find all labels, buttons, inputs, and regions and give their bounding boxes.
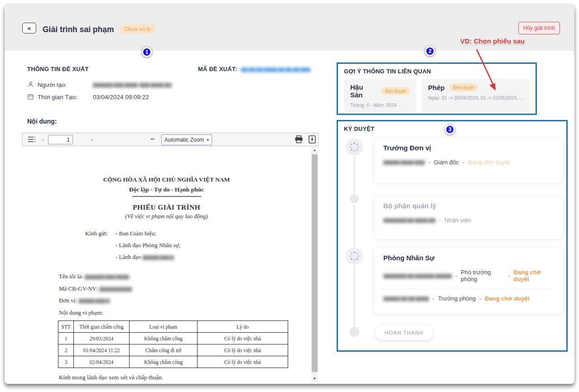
proposal-code-value: ▇▇ ▇▇ ▇▇ ▇▇▇▇ ▇▇ ▇▇ ▇▇ ▇▇▇ [241, 67, 310, 72]
scroll-down-icon[interactable]: ▼ [311, 377, 318, 381]
download-icon[interactable] [309, 135, 316, 143]
double-chevron-left-icon: « [28, 24, 31, 32]
table-row: 3 02/04/2024 Không chấm công Có lý do vi… [58, 356, 288, 368]
table-header-row: STT Thời gian chấm công Loại vi phạm Lý … [58, 321, 288, 333]
annotation-note: VD: Chọn phiếu sau [443, 37, 542, 45]
done-step: HOÀN THÀNH [375, 325, 433, 340]
created-time-label: Thời gian Tạo: [38, 94, 77, 100]
col-header: Loại vi phạm [130, 321, 198, 333]
doc-subtitle: (Về việc vi phạm nội quy lao động) [22, 213, 311, 220]
print-icon[interactable] [294, 135, 303, 143]
col-header: Lý do [198, 321, 288, 333]
user-icon [27, 81, 34, 88]
doc-title: PHIẾU GIẢI TRÌNH [22, 203, 311, 211]
proposal-section-title: THÔNG TIN ĐỀ XUẤT [27, 66, 89, 72]
pdf-scrollbar[interactable]: ▲ ▼ [311, 147, 318, 382]
timeline-line [353, 266, 355, 326]
prev-page-icon[interactable]: ‹ [42, 136, 44, 143]
calendar-icon [27, 93, 34, 100]
violation-table: STT Thời gian chấm công Loại vi phạm Lý … [58, 320, 288, 368]
approver-role: Nhân viên [444, 217, 471, 224]
approver-name: ▇▇▇▇▇▇▇ ▇▇ ▇▇▇▇ ▇▇ [383, 218, 435, 223]
doc-code-line: Mã CB-GV-NV: ▇▇▇▇▇▇▇▇▇▇ [59, 285, 132, 292]
callout-badge-3: 3 [445, 124, 455, 134]
doc-to-label: Kính gửi: [85, 230, 108, 237]
callout-badge-1: 1 [142, 47, 152, 57]
suggestion-status-badge: Đợi duyệt [449, 83, 478, 91]
page-title: Giải trình sai phạm [43, 25, 114, 34]
doc-name-line: Tên tôi là: ▇▇▇▇▇▇ ▇▇▇ ▇▇▇▇ [59, 273, 129, 280]
callout-badge-2: 2 [425, 46, 435, 56]
approver-row: ▇▇▇▇▇ ▇▇ ▇▇ ▇▇▇▇ - Trưởng phòng - Đang c… [383, 295, 554, 302]
doc-violation-label: Nội dung vi phạm: [59, 309, 103, 316]
pdf-toolbar: ‹ › − + Automatic Zoom ▾ [22, 133, 318, 146]
approval-step-title: Phòng Nhân Sự [383, 254, 554, 262]
zoom-select-value: Automatic Zoom [164, 137, 204, 143]
doc-unit-redacted: ▇▇▇▇▇ ▇▇▇ ▇ [78, 298, 110, 303]
pdf-document: CỘNG HÒA XÃ HỘI CHỦ NGHĨA VIỆT NAM Độc l… [22, 146, 311, 382]
timeline-dot [349, 327, 359, 337]
approval-box: KÝ DUYỆT [337, 120, 568, 352]
approver-name: ▇▇▇▇▇▇▇ ▇▇ ▇▇▇▇▇▇ ▇▇▇▇▇ [383, 273, 452, 278]
approver-status: Đang chờ duyệt [468, 159, 510, 166]
doc-recipient-3-redacted: ▇▇▇▇▇ ▇▇▇ ▇ [143, 255, 174, 260]
suggestion-status-badge: Đợi duyệt [381, 87, 410, 95]
approver-row: ▇▇▇▇▇▇▇ ▇▇ ▇▇▇▇ ▇▇ - Nhân viên [383, 217, 554, 224]
back-button[interactable]: « [22, 23, 36, 33]
suggestion-name: Hậu Sản [350, 83, 376, 99]
suggestion-detail: Tháng: 4 - Năm: 2024 [350, 102, 410, 108]
approver-role: Giám đốc [434, 159, 459, 166]
approver-name: ▇▇▇▇▇ ▇▇▇▇ ▇▇▇ [383, 160, 425, 165]
created-time-value: 03/04/2024 09:09:22 [93, 94, 149, 100]
doc-unit-line: Đơn vị: ▇▇▇▇▇ ▇▇▇ ▇ [59, 297, 110, 304]
approver-role: Trưởng phòng [438, 295, 476, 302]
doc-nation-line2: Độc lập - Tự do - Hạnh phúc [22, 186, 311, 193]
spinner-icon [346, 248, 363, 265]
cancel-explanation-button[interactable]: Hủy giải trình [518, 22, 560, 34]
approval-step-truong-don-vi: Trưởng Đơn vị ▇▇▇▇▇ ▇▇▇▇ ▇▇▇ - Giám đốc … [374, 138, 563, 183]
table-row: 2 01/04/2024 11:22 Chấm công đi trễ Có l… [58, 344, 288, 356]
col-header: Thời gian chấm công [74, 321, 130, 333]
sidebar-toggle-icon[interactable] [28, 136, 36, 143]
spinner-icon [346, 139, 363, 156]
table-row: 1 29/03/2024 Không chấm công Có lý do vi… [58, 333, 288, 344]
approver-status: Đang chờ duyệt [485, 295, 530, 302]
suggestion-name: Phép [428, 84, 445, 91]
approver-name: ▇▇▇▇▇ ▇▇ ▇▇ ▇▇▇▇ [383, 296, 429, 301]
approval-step-title: Bộ phận quản lý [383, 202, 554, 210]
suggestion-detail: Ngày: 01 -> 30/04/2024, 01 -> 31/05/2024… [428, 95, 523, 100]
approval-step-bo-phan-quan-ly: Bộ phận quản lý ▇▇▇▇▇▇▇ ▇▇ ▇▇▇▇ ▇▇ - Nhâ… [374, 196, 563, 239]
suggestion-card-hau-san[interactable]: Hậu Sản Đợi duyệt Tháng: 4 - Năm: 2024 [344, 79, 416, 112]
app-panel: « Giải trình sai phạm Chưa xử lý Hủy giả… [5, 5, 574, 384]
related-info-box: GỢI Ý THÔNG TIN LIÊN QUAN Hậu Sản Đợi du… [337, 62, 537, 115]
next-page-icon[interactable]: › [91, 136, 93, 143]
approver-row: ▇▇▇▇▇▇▇ ▇▇ ▇▇▇▇▇▇ ▇▇▇▇▇ - Phó trưởng phò… [383, 269, 554, 282]
pdf-viewer: ‹ › − + Automatic Zoom ▾ CỘNG HÒA XÃ HỘI [22, 133, 318, 382]
proposal-code-label: MÃ ĐỀ XUẤT: [198, 66, 237, 72]
doc-recipient-1: - Ban Giám hiệu; [116, 230, 156, 237]
zoom-out-icon[interactable]: − [150, 135, 155, 144]
doc-recipient-2: - Lãnh đạo Phòng Nhân sự; [116, 242, 180, 249]
doc-nation-line1: CỘNG HÒA XÃ HỘI CHỦ NGHĨA VIỆT NAM [22, 176, 311, 183]
doc-closing-line: Kính mong lãnh đạo xem xét và chấp thuận… [59, 374, 163, 381]
creator-label: Người tạo: [38, 81, 67, 88]
chevron-down-icon: ▾ [207, 138, 209, 142]
zoom-select[interactable]: Automatic Zoom ▾ [161, 134, 212, 145]
approver-role: Phó trưởng phòng [461, 269, 504, 282]
page-number-input[interactable] [48, 135, 73, 144]
doc-divider [132, 196, 201, 197]
timeline-dot [350, 194, 359, 203]
approval-step-title: Trưởng Đơn vị [383, 144, 554, 152]
scrollbar-thumb[interactable] [312, 154, 318, 372]
doc-recipient-3: - Lãnh đạo ▇▇▇▇▇ ▇▇▇ ▇ [116, 253, 174, 261]
col-header: STT [58, 321, 74, 333]
scroll-up-icon[interactable]: ▲ [311, 148, 318, 152]
row-divider [383, 289, 554, 289]
suggestions-title: GỢI Ý THÔNG TIN LIÊN QUAN [344, 68, 530, 75]
content-label: Nội dung: [27, 118, 57, 125]
status-badge: Chưa xử lý [120, 24, 155, 33]
suggestion-card-phep[interactable]: Phép Đợi duyệt Ngày: 01 -> 30/04/2024, 0… [422, 79, 530, 112]
doc-code-redacted: ▇▇▇▇▇▇▇▇▇▇ [99, 287, 132, 292]
doc-name-redacted: ▇▇▇▇▇▇ ▇▇▇ ▇▇▇▇ [85, 274, 129, 279]
timeline-line [353, 157, 355, 194]
